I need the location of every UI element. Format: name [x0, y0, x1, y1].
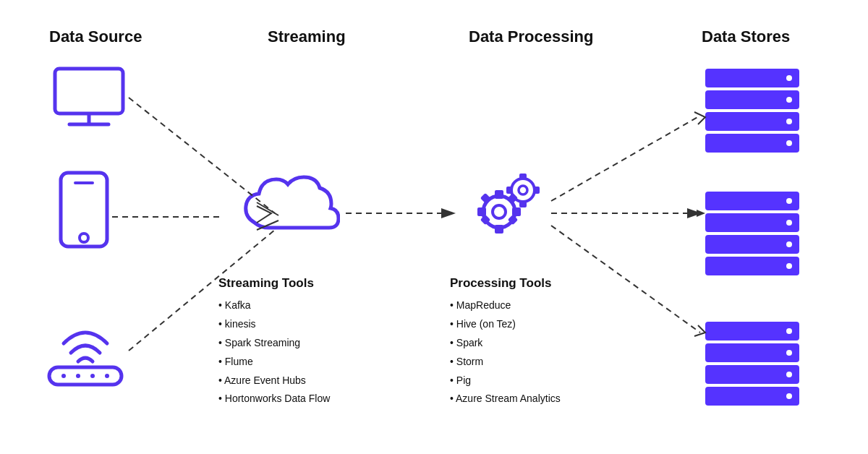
- processing-tools-label: Processing Tools: [450, 276, 551, 291]
- svg-line-36: [551, 116, 700, 201]
- server-stack-middle: [705, 192, 799, 275]
- svg-rect-0: [55, 69, 123, 113]
- svg-marker-38: [697, 210, 705, 217]
- svg-point-7: [61, 374, 66, 378]
- server-stack-top: [705, 69, 799, 153]
- svg-point-10: [105, 374, 109, 378]
- server-row: [705, 257, 799, 275]
- server-row: [705, 192, 799, 210]
- svg-rect-25: [506, 187, 513, 194]
- processing-tool-item: Pig: [450, 372, 561, 390]
- streaming-tools-label: Streaming Tools: [218, 276, 314, 291]
- header-datastores: Data Stores: [702, 27, 790, 46]
- server-row: [705, 343, 799, 362]
- svg-point-8: [76, 374, 80, 378]
- mobile-icon: [58, 170, 110, 249]
- processing-tool-item: Azure Stream Analytics: [450, 390, 561, 408]
- svg-rect-15: [477, 207, 486, 216]
- processing-tool-item: Hive (on Tez): [450, 315, 561, 334]
- svg-rect-23: [519, 174, 527, 180]
- header-processing: Data Processing: [469, 27, 593, 46]
- svg-rect-16: [512, 207, 521, 216]
- svg-line-37: [551, 226, 700, 333]
- gears-icon: [456, 163, 550, 246]
- svg-point-11: [483, 196, 515, 228]
- streaming-tool-item: Flume: [218, 353, 330, 372]
- header-streaming: Streaming: [268, 27, 346, 46]
- server-row: [705, 69, 799, 87]
- cloud-icon: [224, 166, 340, 246]
- server-stack-bottom: [705, 322, 799, 406]
- streaming-tools-list: Kafka kinesis Spark Streaming Flume Azur…: [218, 296, 330, 408]
- streaming-tool-item: kinesis: [218, 315, 330, 334]
- svg-rect-6: [49, 367, 122, 385]
- server-row: [705, 387, 799, 406]
- svg-point-21: [511, 179, 535, 202]
- processing-tools-list: MapReduce Hive (on Tez) Spark Storm Pig …: [450, 296, 561, 408]
- server-row: [705, 365, 799, 384]
- server-row: [705, 322, 799, 340]
- processing-tool-item: MapReduce: [450, 296, 561, 315]
- streaming-tool-item: Spark Streaming: [218, 334, 330, 353]
- server-row: [705, 235, 799, 254]
- svg-rect-14: [495, 225, 503, 234]
- svg-point-22: [519, 186, 527, 194]
- svg-rect-13: [495, 190, 503, 199]
- processing-tool-item: Spark: [450, 334, 561, 353]
- router-icon: [42, 318, 129, 387]
- svg-point-12: [493, 205, 506, 218]
- svg-point-5: [80, 234, 88, 242]
- processing-tool-item: Storm: [450, 353, 561, 372]
- svg-rect-26: [533, 187, 540, 194]
- header-datasource: Data Source: [49, 27, 142, 46]
- server-row: [705, 213, 799, 232]
- server-row: [705, 134, 799, 153]
- streaming-tool-item: Azure Event Hubs: [218, 372, 330, 390]
- server-row: [705, 90, 799, 109]
- server-row: [705, 112, 799, 131]
- streaming-tool-item: Kafka: [218, 296, 330, 315]
- svg-rect-24: [519, 201, 527, 207]
- svg-point-9: [90, 374, 95, 378]
- streaming-tool-item: Hortonworks Data Flow: [218, 390, 330, 408]
- monitor-icon: [49, 65, 129, 130]
- diagram: Data Source Streaming Data Processing Da…: [0, 0, 868, 454]
